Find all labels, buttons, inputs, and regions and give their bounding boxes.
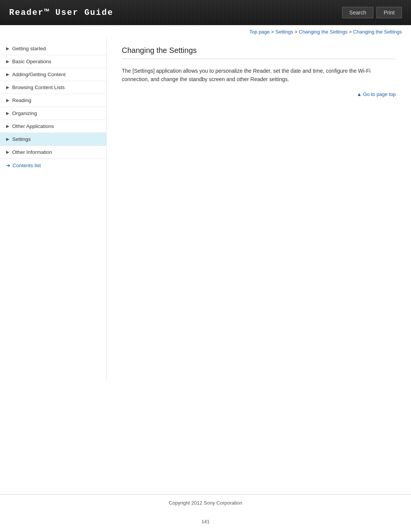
sidebar-item-other-information[interactable]: ▶ Other Information: [0, 146, 106, 159]
breadcrumb-sep3: >: [347, 29, 353, 35]
copyright-text: Copyright 2012 Sony Corporation: [169, 500, 242, 506]
contents-list-label: Contents list: [13, 163, 41, 168]
page-title: Changing the Settings: [122, 46, 396, 59]
breadcrumb-settings[interactable]: Settings: [275, 29, 293, 35]
sidebar-item-getting-started[interactable]: ▶ Getting started: [0, 42, 106, 55]
contents-list-link[interactable]: ➜ Contents list: [0, 159, 106, 172]
arrow-icon: ▶: [6, 72, 9, 77]
header: Reader™ User Guide Search Print: [0, 0, 411, 25]
sidebar-item-label: Adding/Getting Content: [12, 72, 65, 77]
sidebar-item-label: Getting started: [12, 46, 46, 51]
content-body: The [Settings] application allows you to…: [122, 67, 396, 84]
breadcrumb-top-page[interactable]: Top page: [249, 29, 270, 35]
go-to-top: ▲ Go to page top: [122, 91, 396, 97]
breadcrumb-sep2: >: [293, 29, 299, 35]
sidebar-item-adding-getting-content[interactable]: ▶ Adding/Getting Content: [0, 68, 106, 81]
sidebar-item-label: Other Applications: [12, 123, 54, 129]
arrow-icon: ▶: [6, 111, 9, 116]
sidebar-item-label: Browsing Content Lists: [12, 85, 65, 90]
sidebar-item-browsing-content-lists[interactable]: ▶ Browsing Content Lists: [0, 81, 106, 94]
sidebar-item-reading[interactable]: ▶ Reading: [0, 94, 106, 107]
page-number: 141: [0, 511, 411, 532]
sidebar-item-label: Settings: [12, 136, 31, 142]
sidebar-item-label: Organizing: [12, 110, 37, 116]
arrow-icon: ▶: [6, 59, 9, 64]
print-button[interactable]: Print: [376, 7, 402, 18]
content-area: Changing the Settings The [Settings] app…: [107, 38, 411, 381]
arrow-icon: ▶: [6, 46, 9, 51]
main-layout: ▶ Getting started ▶ Basic Operations ▶ A…: [0, 38, 411, 381]
sidebar: ▶ Getting started ▶ Basic Operations ▶ A…: [0, 38, 107, 381]
arrow-icon: ▶: [6, 85, 9, 90]
header-buttons: Search Print: [342, 7, 402, 18]
sidebar-item-settings[interactable]: ▶ Settings: [0, 133, 106, 146]
breadcrumb-changing1[interactable]: Changing the Settings: [299, 29, 347, 35]
app-title: Reader™ User Guide: [9, 8, 113, 18]
search-button[interactable]: Search: [342, 7, 373, 18]
breadcrumb-changing2[interactable]: Changing the Settings: [353, 29, 402, 35]
sidebar-item-organizing[interactable]: ▶ Organizing: [0, 107, 106, 120]
arrow-icon: ▶: [6, 98, 9, 103]
breadcrumb: Top page > Settings > Changing the Setti…: [0, 25, 411, 38]
sidebar-item-label: Reading: [12, 97, 31, 103]
sidebar-item-label: Other Information: [12, 149, 52, 155]
contents-list-arrow-icon: ➜: [6, 163, 10, 168]
arrow-icon: ▶: [6, 124, 9, 129]
arrow-icon: ▶: [6, 150, 9, 155]
go-to-top-link[interactable]: ▲ Go to page top: [357, 91, 396, 97]
arrow-icon: ▶: [6, 137, 9, 142]
sidebar-item-label: Basic Operations: [12, 59, 51, 64]
breadcrumb-sep1: >: [270, 29, 276, 35]
footer: Copyright 2012 Sony Corporation: [0, 494, 411, 511]
sidebar-item-basic-operations[interactable]: ▶ Basic Operations: [0, 55, 106, 68]
sidebar-item-other-applications[interactable]: ▶ Other Applications: [0, 120, 106, 133]
